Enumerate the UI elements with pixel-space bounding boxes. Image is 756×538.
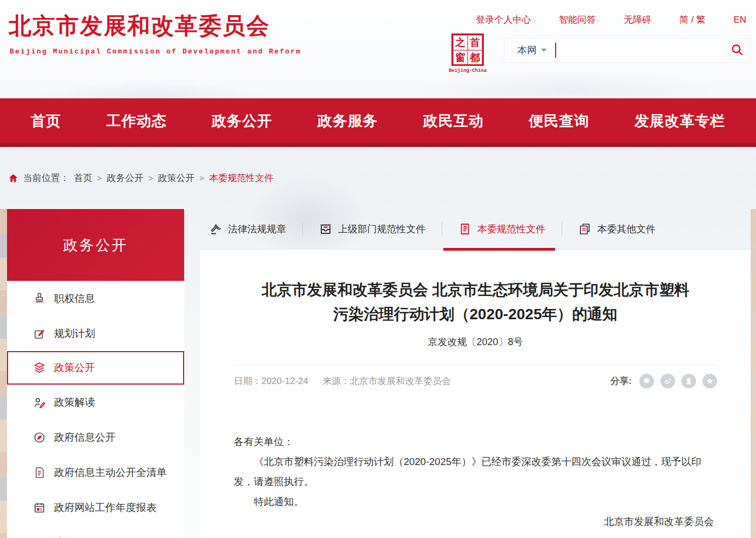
sidebar-item[interactable]: 规划计划 xyxy=(7,316,184,351)
share-icons xyxy=(639,374,717,388)
article-body: 各有关单位： 《北京市塑料污染治理行动计划（2020-2025年）》已经市委深改… xyxy=(234,432,717,532)
person-edit-icon xyxy=(33,396,46,409)
home-icon[interactable] xyxy=(8,173,18,183)
breadcrumb-item[interactable]: 本委规范性文件 xyxy=(209,172,273,184)
page: 北京市发展和改革委员会 Beijing Municipal Commission… xyxy=(0,0,756,538)
tab-separator xyxy=(562,223,562,236)
tab-label: 本委其他文件 xyxy=(597,223,656,236)
site-title: 北京市发展和改革委员会 xyxy=(9,11,270,41)
nav-item[interactable]: 政民互动 xyxy=(423,111,484,131)
stamp-icon xyxy=(33,292,46,305)
chevron-down-icon xyxy=(541,49,546,52)
top-link[interactable]: 登录个人中心 xyxy=(476,14,531,26)
article-meta: 日期：2020-12-24 来源：北京市发展和改革委员会 xyxy=(234,375,451,387)
breadcrumb-item[interactable]: 政务公开 xyxy=(107,172,144,184)
breadcrumb-prefix: 当前位置： xyxy=(23,172,69,184)
main-nav-bar: 首页工作动态政务公开政务服务政民互动便民查询发展改革专栏 xyxy=(0,98,756,147)
article-title: 北京市发展和改革委员会 北京市生态环境局关于印发北京市塑料污染治理行动计划（20… xyxy=(257,278,694,327)
tab[interactable]: 上级部门规范性文件 xyxy=(319,209,426,249)
sidebar-item[interactable]: 职权信息 xyxy=(7,281,184,316)
search-input[interactable] xyxy=(556,38,725,62)
doc-red-icon xyxy=(458,223,471,236)
tab-bar: 法律法规规章上级部门规范性文件本委规范性文件本委其他文件 xyxy=(200,209,751,250)
document-number: 京发改规〔2020〕8号 xyxy=(234,335,717,348)
search-button[interactable] xyxy=(725,38,750,62)
breadcrumb-item[interactable]: 首页 xyxy=(74,172,92,184)
breadcrumb: 当前位置： 首页>政务公开>政策公开>本委规范性文件 xyxy=(8,172,273,184)
top-link[interactable]: 无障碍 xyxy=(624,14,651,26)
nav-item[interactable]: 便民查询 xyxy=(529,111,589,131)
sidebar-item[interactable]: 政府信息主动公开全清单 xyxy=(7,455,184,490)
sidebar-item-label: 政策解读 xyxy=(54,395,95,409)
seal-char: 首 xyxy=(468,35,482,50)
favorite-share-icon[interactable] xyxy=(703,374,717,388)
sidebar: 政务公开 职权信息规划计划政策公开政策解读政府信息公开政府信息主动公开全清单政府… xyxy=(7,209,184,538)
seal-char: 都 xyxy=(468,50,482,65)
breadcrumb-items: 首页>政务公开>政策公开>本委规范性文件 xyxy=(74,172,273,184)
breadcrumb-item[interactable]: 政策公开 xyxy=(158,172,195,184)
compass-icon xyxy=(33,431,46,444)
background-left-strip xyxy=(0,209,7,538)
share-bar: 分享: xyxy=(610,374,717,388)
top-link[interactable]: EN xyxy=(733,15,746,25)
inbox-icon xyxy=(319,223,332,236)
sidebar-item-label: 决策目录 xyxy=(54,536,95,538)
background-right-strip xyxy=(751,209,756,538)
sidebar-item[interactable]: 政策公开 xyxy=(7,351,184,385)
search-scope-select[interactable]: 本网 xyxy=(504,44,555,57)
sidebar-item-label: 职权信息 xyxy=(54,292,95,306)
tab-separator xyxy=(442,223,442,236)
sidebar-title: 政务公开 xyxy=(7,209,184,281)
article-paragraph: 《北京市塑料污染治理行动计划（2020-2025年）》已经市委深改委第十四次会议… xyxy=(234,452,717,492)
breadcrumb-separator: > xyxy=(148,173,153,183)
article-card: 北京市发展和改革委员会 北京市生态环境局关于印发北京市塑料污染治理行动计划（20… xyxy=(200,250,751,538)
nav-item[interactable]: 发展改革专栏 xyxy=(634,111,725,131)
search-scope-label: 本网 xyxy=(517,44,537,57)
article-meta-row: 日期：2020-12-24 来源：北京市发展和改革委员会 分享: xyxy=(234,365,717,388)
sidebar-item[interactable]: 政府信息公开 xyxy=(7,420,184,455)
breadcrumb-separator: > xyxy=(97,173,102,183)
edit-icon xyxy=(33,327,46,340)
nav-item[interactable]: 政务服务 xyxy=(318,111,378,131)
sidebar-item[interactable]: 决策目录 xyxy=(7,525,184,538)
weibo-share-icon[interactable] xyxy=(660,374,675,388)
sidebar-item-label: 政府网站工作年度报表 xyxy=(54,501,157,515)
tab[interactable]: 本委其他文件 xyxy=(578,209,656,249)
seal-caption: Beijing-China xyxy=(447,68,488,73)
seal-char: 窗 xyxy=(453,50,468,65)
wechat-share-icon[interactable] xyxy=(639,374,654,388)
nav-item[interactable]: 政务公开 xyxy=(212,111,272,131)
nav-item[interactable]: 工作动态 xyxy=(106,111,167,131)
tab[interactable]: 本委规范性文件 xyxy=(458,209,545,249)
calendar-icon xyxy=(33,501,46,514)
article-source: 来源：北京市发展和改革委员会 xyxy=(322,375,451,387)
sidebar-item-label: 政府信息公开 xyxy=(54,431,116,445)
top-links: 登录个人中心智能问答无障碍简 / 繁EN xyxy=(476,14,746,26)
tab-label: 本委规范性文件 xyxy=(477,223,545,236)
tab-separator xyxy=(302,223,303,236)
search-icon xyxy=(730,43,744,58)
tab-label: 上级部门规范性文件 xyxy=(338,223,426,236)
sidebar-item[interactable]: 政策解读 xyxy=(7,385,184,420)
top-link[interactable]: 简 / 繁 xyxy=(679,14,705,26)
breadcrumb-separator: > xyxy=(200,173,205,183)
gavel-icon xyxy=(209,223,222,236)
qq-share-icon[interactable] xyxy=(681,374,696,388)
article-signature: 北京市发展和改革委员会 xyxy=(234,512,717,532)
top-link[interactable]: 智能问答 xyxy=(559,14,596,26)
sidebar-item[interactable]: 政府网站工作年度报表 xyxy=(7,490,184,525)
search-box: 本网 xyxy=(504,38,750,63)
nav-item[interactable]: 首页 xyxy=(31,111,61,131)
article-paragraph: 特此通知。 xyxy=(234,492,717,512)
layers-icon xyxy=(33,361,46,374)
seal-char: 之 xyxy=(453,35,468,50)
sidebar-item-label: 政策公开 xyxy=(54,361,95,375)
tab[interactable]: 法律法规规章 xyxy=(209,209,286,249)
sidebar-menu: 职权信息规划计划政策公开政策解读政府信息公开政府信息主动公开全清单政府网站工作年… xyxy=(7,281,184,538)
site-subtitle: Beijing Municipal Commission of Developm… xyxy=(10,48,301,56)
calendar-icon xyxy=(33,536,46,538)
article-date: 日期：2020-12-24 xyxy=(234,375,308,387)
sidebar-item-label: 政府信息主动公开全清单 xyxy=(54,466,167,480)
article-greeting: 各有关单位： xyxy=(234,432,717,452)
tab-label: 法律法规规章 xyxy=(228,223,286,236)
